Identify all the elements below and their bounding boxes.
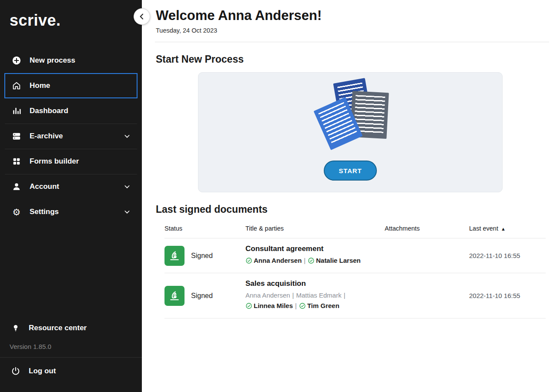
plus-circle-icon (11, 55, 22, 66)
document-title: Consultant agreement (245, 245, 385, 253)
sidebar-item-label: New process (30, 56, 75, 65)
last-event-cell: 2022-11-10 16:55 (469, 252, 546, 259)
check-circle-icon (308, 257, 315, 267)
sort-ascending-icon: ▲ (501, 226, 506, 231)
table-header-row: Status Title & parties Attachments Last … (164, 225, 546, 238)
party-signed: Anna Andersen (245, 257, 302, 264)
home-icon (11, 80, 22, 91)
chevron-left-icon (138, 12, 146, 21)
sidebar-item-label: Settings (30, 208, 59, 216)
check-circle-icon (245, 257, 252, 267)
status-label: Signed (191, 292, 213, 300)
party-signed: Natalie Larsen (308, 257, 361, 264)
sidebar-item-home[interactable]: Home (4, 73, 138, 98)
logout-button[interactable]: Log out (0, 357, 142, 384)
power-icon (10, 366, 21, 376)
check-circle-icon (299, 302, 306, 312)
column-status: Status (164, 225, 245, 232)
parties-list: Anna Andersen|Natalie Larsen (245, 255, 385, 267)
sidebar-item-resource-center[interactable]: Resource center (0, 318, 142, 338)
sidebar-item-dashboard[interactable]: Dashboard (4, 98, 138, 124)
party-separator: | (295, 302, 297, 309)
sidebar-item-label: Home (30, 81, 50, 90)
last-signed-heading: Last signed documents (156, 204, 549, 215)
start-button[interactable]: START (324, 161, 377, 181)
status-label: Signed (191, 252, 213, 260)
column-attachments: Attachments (385, 225, 469, 232)
person-icon (11, 181, 22, 192)
sidebar-bottom: Resource center Version 1.85.0 Log out (0, 318, 142, 392)
column-title-parties: Title & parties (245, 225, 385, 232)
party-signed: Linnea Miles (245, 302, 293, 309)
documents-illustration (298, 80, 403, 155)
party-pending: Mattias Edmark (296, 291, 342, 299)
page-title: Welcome Anna Andersen! (156, 8, 549, 23)
table-row[interactable]: Signed Consultant agreement Anna Anderse… (164, 238, 546, 273)
sidebar-item-forms-builder[interactable]: Forms builder (4, 149, 138, 174)
title-parties-cell: Sales acquisition Anna Andersen|Mattias … (245, 279, 385, 312)
page-date: Tuesday, 24 Oct 2023 (156, 27, 549, 34)
chevron-down-icon (124, 133, 131, 140)
chevron-down-icon (124, 208, 131, 215)
party-separator: | (292, 291, 294, 299)
document-title: Sales acquisition (245, 279, 385, 288)
check-circle-icon (245, 302, 252, 312)
party-pending: Anna Andersen (245, 291, 290, 299)
resource-center-label: Resource center (29, 324, 87, 332)
parties-list: Anna Andersen|Mattias Edmark|Linnea Mile… (245, 290, 385, 312)
signed-signature-icon (164, 286, 185, 306)
start-process-heading: Start New Process (156, 54, 549, 65)
column-last-event[interactable]: Last event▲ (469, 225, 546, 232)
sidebar: scrive. New process Home Dashboard E-arc… (0, 0, 142, 392)
party-separator: | (344, 291, 346, 299)
header-divider (155, 42, 549, 42)
sidebar-item-e-archive[interactable]: E-archive (4, 124, 138, 149)
sidebar-item-account[interactable]: Account (4, 174, 138, 199)
sidebar-item-new-process[interactable]: New process (4, 48, 138, 73)
party-signed: Tim Green (299, 302, 339, 309)
archive-icon (11, 131, 22, 141)
bar-chart-icon (11, 106, 22, 116)
logout-label: Log out (29, 367, 56, 375)
grid-icon (11, 156, 22, 167)
status-cell: Signed (164, 286, 245, 306)
version-label: Version 1.85.0 (0, 338, 142, 357)
sidebar-item-settings[interactable]: ⚙ Settings (4, 199, 138, 224)
sidebar-nav: New process Home Dashboard E-archive (0, 48, 142, 224)
table-row[interactable]: Signed Sales acquisition Anna Andersen|M… (164, 273, 546, 318)
documents-table: Status Title & parties Attachments Last … (164, 225, 546, 318)
signed-signature-icon (164, 246, 185, 266)
sidebar-item-label: E-archive (30, 132, 63, 141)
scrive-logo: scrive. (0, 0, 142, 30)
main-content: Welcome Anna Andersen! Tuesday, 24 Oct 2… (142, 0, 557, 392)
sidebar-item-label: Dashboard (30, 107, 68, 115)
lightbulb-icon (10, 323, 21, 333)
title-parties-cell: Consultant agreement Anna Andersen|Natal… (245, 245, 385, 267)
status-cell: Signed (164, 246, 245, 266)
start-process-panel: START (198, 72, 503, 192)
party-separator: | (304, 257, 305, 264)
chevron-down-icon (124, 183, 131, 190)
sidebar-item-label: Forms builder (30, 157, 79, 166)
last-event-cell: 2022-11-10 16:55 (469, 292, 546, 299)
collapse-sidebar-button[interactable] (134, 8, 150, 25)
gear-icon: ⚙ (11, 207, 22, 217)
sidebar-item-label: Account (30, 182, 59, 191)
